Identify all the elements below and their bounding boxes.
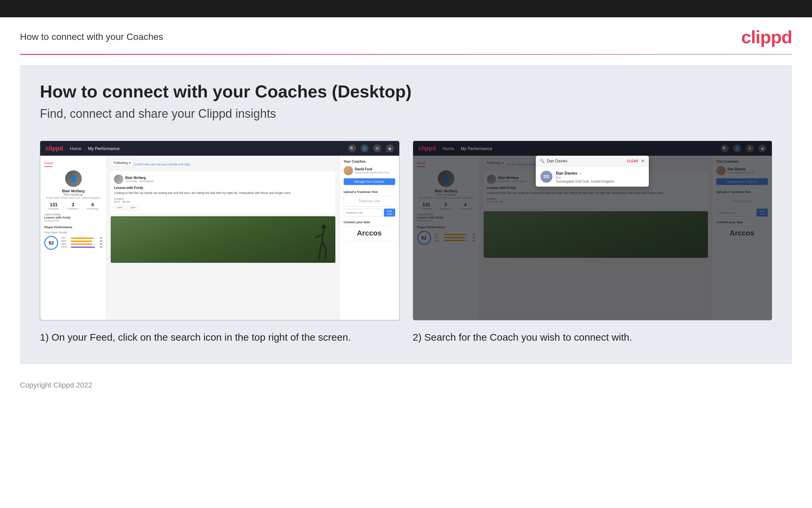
bar-ott-track [71,238,96,239]
post-meta: Yesterday · Sunningdale [125,180,154,183]
result-club: Sunningdale Golf Club, United Kingdom [556,180,615,183]
latest-activity-label: Latest Activity [44,213,102,216]
search-bar: 🔍 Dan Davies CLEAR ✕ [536,156,649,167]
copyright: Copyright Clippd 2022 [20,381,92,389]
post-text: Looking to feel like my hands are exitin… [114,191,332,195]
add-link-button[interactable]: Add Link [384,209,395,217]
post-image [111,216,335,263]
stats-row: 131 Activities 3 Followers 4 Following [44,202,102,210]
result-name: Dan Davies [556,171,577,176]
app-navbar-1: clippd Home My Performance 🔍 👤 ⚙ ◉ [40,141,399,156]
nav-my-performance[interactable]: My Performance [88,146,120,151]
app-btn[interactable]: APP [127,205,139,210]
following-label: Following [114,161,128,165]
perf-subtitle: Total Player Quality [44,231,102,234]
panel-1: clippd Home My Performance 🔍 👤 ⚙ ◉ Feed [40,141,399,344]
stat-activities-label: Activities [49,207,59,210]
coach-info: David Ford Royal North Devon Golf Club [355,167,389,174]
profile-name: Blair McHarg [44,189,102,193]
feed-area: Following ▾ Control who can see your act… [107,156,339,320]
clear-button[interactable]: CLEAR [627,159,638,163]
gear-icon[interactable]: ⚙ [373,144,381,153]
stat-activities: 131 Activities [49,202,59,210]
trackman-input[interactable] [344,209,383,217]
avatar-icon[interactable]: ◉ [386,144,394,153]
quality-score: 92 [44,236,58,250]
stat-followers: 3 Followers [67,202,79,210]
control-link[interactable]: Control who can see your activity and da… [134,163,190,166]
bar-putt: PUTT 96 [61,246,102,248]
screenshot-frame-2: clippd Home My Performance 🔍 👤 ⚙ ◉ 🔍 [413,141,772,321]
trackman-title: Upload a Trackman Test [344,190,395,194]
coach-avatar [344,166,353,175]
search-icon-modal: 🔍 [540,159,545,163]
svg-line-4 [316,235,323,238]
coaches-panel-1: Your Coaches David Ford Royal North Devo… [339,156,399,320]
connect-section: Connect your data Arccos [344,220,395,241]
app-logo-1: clippd [46,145,63,152]
chevron-down-icon: ▾ [129,161,131,165]
stat-following: 4 Following [87,202,98,210]
quality-bars: OTT 90 APP 85 [61,237,102,249]
nav-icons: 🔍 👤 ⚙ ◉ [348,144,394,153]
stat-following-num: 4 [87,202,98,207]
post-author: Blair McHarg Yesterday · Sunningdale [114,175,332,184]
trackman-section: Upload a Trackman Test Trackman Link Add… [344,190,395,217]
bar-app-fill [71,241,92,242]
caption-2: 2) Search for the Coach you wish to conn… [413,321,772,344]
trackman-box: Trackman Link [344,196,395,207]
top-bar [0,0,812,17]
following-button[interactable]: Following ▾ [111,160,134,166]
off-btn[interactable]: OFF [114,205,125,210]
golfer-silhouette [309,223,329,263]
bar-putt-val: 96 [97,246,102,248]
latest-activity-section: Latest Activity Lesson with Fordy 03 Aug… [44,213,102,222]
manage-coaches-button[interactable]: Manage Your Coaches [344,178,395,185]
post-author-info: Blair McHarg Yesterday · Sunningdale [125,176,154,183]
duration-value: 01 hr : 30 min [114,200,130,203]
connect-title: Connect your data [344,220,395,224]
search-overlay: 🔍 Dan Davies CLEAR ✕ DD Dan Davies ✓ [413,141,772,320]
bar-ott: OTT 90 [61,237,102,239]
main-subtitle: Find, connect and share your Clippd insi… [40,107,772,121]
bar-app: APP 85 [61,240,102,242]
nav-home[interactable]: Home [70,146,82,151]
screenshots-row: clippd Home My Performance 🔍 👤 ⚙ ◉ Feed [40,141,772,344]
user-icon[interactable]: 👤 [361,144,369,153]
post-actions: OFF APP [114,205,332,210]
main-title: How to connect with your Coaches (Deskto… [40,82,772,101]
close-search-button[interactable]: ✕ [641,158,645,164]
post-author-name: Blair McHarg [125,176,154,180]
feed-tab[interactable]: Feed [44,161,52,167]
avatar: 👤 [65,170,82,187]
search-icon[interactable]: 🔍 [348,144,356,153]
svg-line-5 [319,250,321,259]
search-modal: 🔍 Dan Davies CLEAR ✕ DD Dan Davies ✓ [536,156,649,186]
result-avatar: DD [540,171,553,183]
post-title: Lesson with Fordy [114,186,332,189]
header-divider [20,54,792,55]
screenshot-frame-1: clippd Home My Performance 🔍 👤 ⚙ ◉ Feed [40,141,399,321]
feed-header: Following ▾ Control who can see your act… [111,160,335,169]
result-name-row: Dan Davies ✓ [556,170,615,176]
bar-arg-val: 86 [97,243,102,245]
activity-title: Lesson with Fordy [44,216,102,219]
svg-line-6 [325,250,326,259]
arccos-logo: Arccos [344,226,395,241]
stat-followers-label: Followers [67,207,79,210]
caption-text-2: 2) Search for the Coach you wish to conn… [413,330,772,344]
bar-ott-fill [71,238,93,239]
bar-putt-label: PUTT [61,246,69,248]
caption-1: 1) On your Feed, click on the search ico… [40,321,399,344]
coach-item: David Ford Royal North Devon Golf Club [344,166,395,175]
coach-club: Royal North Devon Golf Club [355,171,389,174]
stat-activities-num: 131 [49,202,59,207]
search-result[interactable]: DD Dan Davies ✓ Pro Sunningdale Golf Clu… [536,167,649,186]
quality-row: 92 OTT 90 APP [44,236,102,250]
result-role: Pro [556,176,615,180]
bar-arg: ARG 86 [61,243,102,245]
perf-title: Player Performance [44,225,102,229]
profile-sidebar: Feed 👤 Blair McHarg Plus Handicap Royal … [40,156,107,320]
search-input-value[interactable]: Dan Davies [547,159,627,163]
svg-line-3 [322,241,326,250]
